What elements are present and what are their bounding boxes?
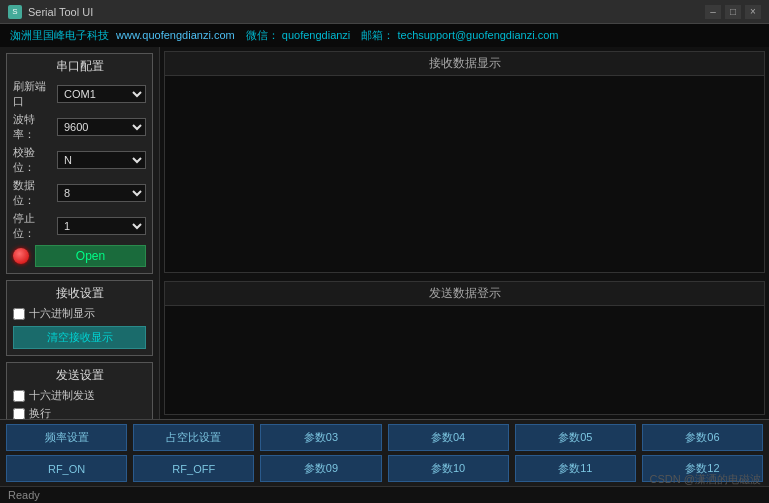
company-name: 洳洲里国峰电子科技 xyxy=(10,29,109,41)
databits-row: 数据位： 8 7 6 xyxy=(13,178,146,208)
main-content: 串口配置 刷新端口 COM1 COM2 COM3 波特率： 9600 11520… xyxy=(0,47,769,419)
param10-button[interactable]: 参数10 xyxy=(388,455,509,482)
wechat-label: 微信： xyxy=(246,29,279,41)
wechat-value: quofengdianzi xyxy=(282,29,351,41)
receive-data-section: 接收数据显示 xyxy=(164,51,765,273)
stopbits-select[interactable]: 1 2 xyxy=(57,217,146,235)
serial-config-section: 串口配置 刷新端口 COM1 COM2 COM3 波特率： 9600 11520… xyxy=(6,53,153,274)
receive-hex-checkbox[interactable] xyxy=(13,308,25,320)
baudrate-select[interactable]: 9600 115200 38400 xyxy=(57,118,146,136)
send-config-section: 发送设置 十六进制发送 换行 清空发送数据 发送 xyxy=(6,362,153,419)
serial-config-title: 串口配置 xyxy=(13,58,146,75)
send-data-title: 发送数据登示 xyxy=(165,282,764,306)
status-bar: Ready xyxy=(0,486,769,503)
param09-button[interactable]: 参数09 xyxy=(260,455,381,482)
title-bar: S Serial Tool UI – □ × xyxy=(0,0,769,24)
parity-label: 校验位： xyxy=(13,145,55,175)
baudrate-row: 波特率： 9600 115200 38400 xyxy=(13,112,146,142)
port-row: 刷新端口 COM1 COM2 COM3 xyxy=(13,79,146,109)
connection-led xyxy=(13,248,29,264)
stopbits-label: 停止位： xyxy=(13,211,55,241)
send-data-content[interactable] xyxy=(165,306,764,414)
rf-on-button[interactable]: RF_ON xyxy=(6,455,127,482)
close-button[interactable]: × xyxy=(745,5,761,19)
baudrate-label: 波特率： xyxy=(13,112,55,142)
bottom-panel: 频率设置 占空比设置 参数03 参数04 参数05 参数06 RF_ON RF_… xyxy=(0,419,769,486)
clear-receive-button[interactable]: 清空接收显示 xyxy=(13,326,146,349)
send-hex-label[interactable]: 十六进制发送 xyxy=(29,388,95,403)
email-label: 邮箱： xyxy=(361,29,394,41)
port-label: 刷新端口 xyxy=(13,79,55,109)
minimize-button[interactable]: – xyxy=(705,5,721,19)
receive-data-title: 接收数据显示 xyxy=(165,52,764,76)
title-controls: – □ × xyxy=(705,5,761,19)
right-panel: 接收数据显示 发送数据登示 xyxy=(160,47,769,419)
databits-select[interactable]: 8 7 6 xyxy=(57,184,146,202)
maximize-button[interactable]: □ xyxy=(725,5,741,19)
send-config-title: 发送设置 xyxy=(13,367,146,384)
databits-label: 数据位： xyxy=(13,178,55,208)
header-banner: 洳洲里国峰电子科技 www.quofengdianzi.com 微信： quof… xyxy=(0,24,769,47)
website-link[interactable]: www.quofengdianzi.com xyxy=(116,29,235,41)
param12-button[interactable]: 参数12 xyxy=(642,455,763,482)
receive-config-title: 接收设置 xyxy=(13,285,146,302)
title-text: Serial Tool UI xyxy=(28,6,93,18)
receive-hex-label[interactable]: 十六进制显示 xyxy=(29,306,95,321)
param06-button[interactable]: 参数06 xyxy=(642,424,763,451)
freq-button[interactable]: 频率设置 xyxy=(6,424,127,451)
parity-select[interactable]: N E O xyxy=(57,151,146,169)
receive-config-section: 接收设置 十六进制显示 清空接收显示 xyxy=(6,280,153,356)
param04-button[interactable]: 参数04 xyxy=(388,424,509,451)
send-loop-checkbox[interactable] xyxy=(13,408,25,420)
param03-button[interactable]: 参数03 xyxy=(260,424,381,451)
send-hex-checkbox[interactable] xyxy=(13,390,25,402)
title-bar-left: S Serial Tool UI xyxy=(8,5,93,19)
open-button[interactable]: Open xyxy=(35,245,146,267)
send-loop-row: 换行 xyxy=(13,406,146,419)
receive-data-content xyxy=(165,76,764,272)
send-data-section: 发送数据登示 xyxy=(164,281,765,415)
duty-button[interactable]: 占空比设置 xyxy=(133,424,254,451)
bottom-row-2: RF_ON RF_OFF 参数09 参数10 参数11 参数12 xyxy=(6,455,763,482)
stopbits-row: 停止位： 1 2 xyxy=(13,211,146,241)
open-row: Open xyxy=(13,245,146,267)
bottom-row-1: 频率设置 占空比设置 参数03 参数04 参数05 参数06 xyxy=(6,424,763,451)
send-loop-label[interactable]: 换行 xyxy=(29,406,51,419)
status-text: Ready xyxy=(8,489,40,501)
send-hex-row: 十六进制发送 xyxy=(13,388,146,403)
email-value: techsupport@guofengdianzi.com xyxy=(397,29,558,41)
port-select[interactable]: COM1 COM2 COM3 xyxy=(57,85,146,103)
param11-button[interactable]: 参数11 xyxy=(515,455,636,482)
parity-row: 校验位： N E O xyxy=(13,145,146,175)
receive-hex-row: 十六进制显示 xyxy=(13,306,146,321)
app-icon: S xyxy=(8,5,22,19)
rf-off-button[interactable]: RF_OFF xyxy=(133,455,254,482)
param05-button[interactable]: 参数05 xyxy=(515,424,636,451)
left-panel: 串口配置 刷新端口 COM1 COM2 COM3 波特率： 9600 11520… xyxy=(0,47,160,419)
